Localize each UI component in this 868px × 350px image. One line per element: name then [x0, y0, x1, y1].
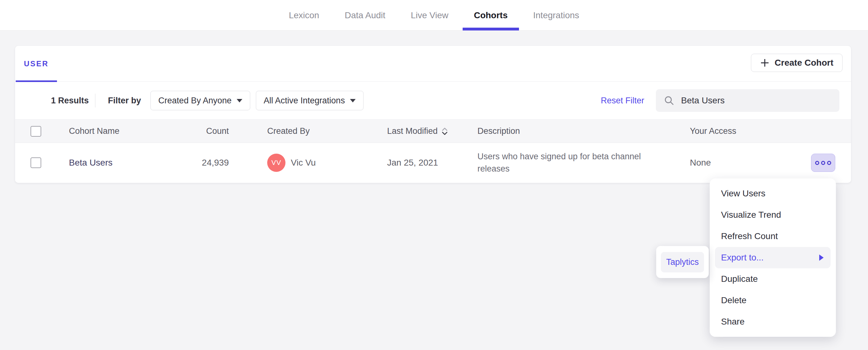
- chevron-down-icon: [350, 99, 355, 102]
- column-header-cohort-name: Cohort Name: [69, 126, 120, 136]
- menu-item-refresh-count[interactable]: Refresh Count: [710, 225, 836, 247]
- menu-item-view-users[interactable]: View Users: [710, 183, 836, 204]
- table-header: Cohort Name Count Created By Last Modifi…: [15, 119, 851, 143]
- top-nav: Lexicon Data Audit Live View Cohorts Int…: [0, 0, 868, 31]
- create-cohort-label: Create Cohort: [775, 58, 833, 68]
- cohort-description: Users who have signed up for beta channe…: [477, 150, 666, 175]
- table-row: Beta Users 24,939 VV Vic Vu Jan 25, 2021…: [15, 143, 851, 182]
- search-icon: [664, 96, 674, 106]
- menu-item-export-to[interactable]: Export to...: [715, 247, 831, 268]
- avatar: VV: [267, 154, 285, 172]
- menu-item-export-to-label: Export to...: [721, 253, 764, 262]
- column-header-your-access: Your Access: [690, 126, 737, 136]
- more-actions-button[interactable]: [811, 154, 835, 172]
- column-header-description: Description: [477, 126, 520, 136]
- nav-tab-data-audit[interactable]: Data Audit: [333, 0, 397, 31]
- cohorts-screen: Lexicon Data Audit Live View Cohorts Int…: [0, 0, 868, 350]
- submenu-arrow-icon: [819, 254, 824, 261]
- ellipsis-icon: [815, 161, 819, 165]
- export-submenu: Taplytics: [656, 246, 709, 278]
- plus-icon: [760, 58, 770, 68]
- filter-by-label: Filter by: [108, 96, 141, 106]
- nav-tab-integrations[interactable]: Integrations: [522, 0, 590, 31]
- menu-item-duplicate[interactable]: Duplicate: [710, 268, 836, 290]
- cohort-count: 24,939: [202, 158, 229, 168]
- top-nav-bar: Lexicon Data Audit Live View Cohorts Int…: [0, 0, 868, 31]
- column-header-last-modified: Last Modified: [387, 126, 438, 136]
- search-box: [656, 89, 839, 112]
- creator-name: Vic Vu: [291, 158, 316, 168]
- menu-item-visualize-trend[interactable]: Visualize Trend: [710, 204, 836, 225]
- reset-filter-link[interactable]: Reset Filter: [601, 96, 644, 106]
- context-menu: View Users Visualize Trend Refresh Count…: [710, 178, 836, 337]
- nav-tab-cohorts[interactable]: Cohorts: [463, 0, 519, 31]
- access-level: None: [690, 158, 711, 168]
- integrations-dropdown[interactable]: All Active Integrations: [256, 91, 364, 110]
- divider: [95, 94, 95, 107]
- menu-item-taplytics[interactable]: Taplytics: [661, 252, 704, 272]
- row-checkbox[interactable]: [31, 158, 41, 168]
- integrations-dropdown-label: All Active Integrations: [264, 96, 345, 106]
- panel-tab-bar: USER Create Cohort: [15, 46, 851, 82]
- chevron-down-icon: [237, 99, 242, 102]
- created-by-dropdown-label: Created By Anyone: [158, 96, 231, 106]
- cohort-name-link[interactable]: Beta Users: [69, 158, 113, 168]
- search-input[interactable]: [681, 96, 832, 106]
- results-count: 1 Results: [51, 96, 89, 106]
- nav-tab-lexicon[interactable]: Lexicon: [278, 0, 331, 31]
- tab-user-label: USER: [24, 59, 49, 68]
- select-all-checkbox[interactable]: [31, 126, 41, 137]
- column-header-count: Count: [206, 126, 229, 136]
- filter-bar: 1 Results Filter by Created By Anyone Al…: [15, 82, 851, 119]
- cohorts-panel: USER Create Cohort 1 Results Filter by C…: [15, 46, 851, 183]
- last-modified-date: Jan 25, 2021: [387, 158, 438, 168]
- menu-item-delete[interactable]: Delete: [710, 290, 836, 311]
- create-cohort-button[interactable]: Create Cohort: [751, 54, 842, 72]
- column-header-created-by: Created By: [267, 126, 310, 136]
- nav-tab-live-view[interactable]: Live View: [399, 0, 460, 31]
- menu-item-share[interactable]: Share: [710, 311, 836, 332]
- created-by-dropdown[interactable]: Created By Anyone: [150, 91, 250, 110]
- sort-icon[interactable]: [441, 127, 448, 136]
- tab-user[interactable]: USER: [16, 46, 57, 82]
